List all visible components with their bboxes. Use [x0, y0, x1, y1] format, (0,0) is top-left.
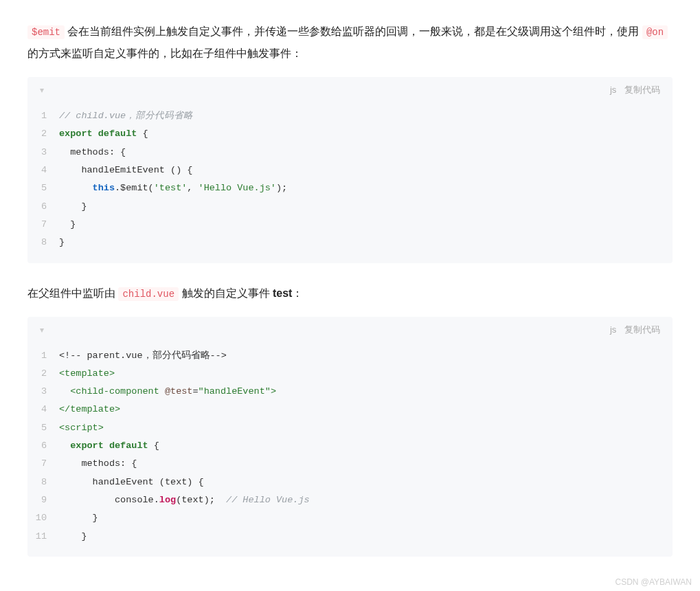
code-line: 3 methods: { [27, 144, 673, 161]
code-body-2: 1<!-- parent.vue，部分代码省略-->2<template>3 <… [27, 343, 673, 557]
line-number: 11 [27, 528, 59, 546]
line-content: handleEmitEvent () { [59, 161, 673, 179]
code-line: 8 handleEvent (text) { [27, 473, 673, 491]
line-number: 4 [27, 401, 59, 419]
code-line: 8} [27, 234, 673, 252]
text-span: 触发的自定义事件 [179, 287, 273, 299]
code-line: 10 } [27, 509, 673, 527]
inline-code-on: @on [642, 25, 668, 39]
line-number: 2 [27, 125, 59, 143]
line-number: 6 [27, 437, 59, 455]
text-span: 在父组件中监听由 [27, 287, 118, 299]
code-line: 5<script> [27, 419, 673, 437]
line-number: 7 [27, 216, 59, 234]
line-number: 10 [27, 509, 59, 527]
code-line: 4</template> [27, 401, 673, 419]
code-body-1: 1// child.vue，部分代码省略2export default {3 m… [27, 103, 673, 263]
line-number: 6 [27, 198, 59, 216]
line-number: 8 [27, 234, 59, 252]
line-number: 7 [27, 455, 59, 473]
intro-paragraph-1: $emit 会在当前组件实例上触发自定义事件，并传递一些参数给监听器的回调，一般… [27, 21, 673, 65]
line-number: 5 [27, 179, 59, 197]
code-line: 9 console.log(text); // Hello Vue.js [27, 491, 673, 509]
code-line: 1<!-- parent.vue，部分代码省略--> [27, 347, 673, 365]
line-number: 4 [27, 161, 59, 179]
code-line: 3 <child-component @test="handleEvent"> [27, 383, 673, 401]
line-content: export default { [59, 437, 673, 455]
text-span: 会在当前组件实例上触发自定义事件，并传递一些参数给监听器的回调，一般来说，都是在… [65, 25, 642, 37]
code-line: 5 this.$emit('test', 'Hello Vue.js'); [27, 179, 673, 197]
copy-code-button[interactable]: 复制代码 [624, 85, 660, 95]
code-line: 6 export default { [27, 437, 673, 455]
code-language-label: js [610, 324, 616, 335]
copy-code-button[interactable]: 复制代码 [624, 324, 660, 335]
code-line: 6 } [27, 198, 673, 216]
code-line: 11 } [27, 528, 673, 546]
code-header: ▾ js 复制代码 [27, 317, 673, 343]
line-content: // child.vue，部分代码省略 [59, 107, 673, 125]
line-content: } [59, 528, 673, 546]
code-header: ▾ js 复制代码 [27, 77, 673, 103]
line-content: </template> [59, 401, 673, 419]
code-line: 7 } [27, 216, 673, 234]
line-content: <script> [59, 419, 673, 437]
line-number: 5 [27, 419, 59, 437]
collapse-icon[interactable]: ▾ [40, 325, 44, 335]
intro-paragraph-2: 在父组件中监听由 child.vue 触发的自定义事件 test： [27, 282, 673, 304]
code-line: 4 handleEmitEvent () { [27, 161, 673, 179]
inline-code-emit: $emit [27, 25, 65, 39]
inline-code-childvue: child.vue [118, 287, 179, 301]
collapse-icon[interactable]: ▾ [40, 85, 44, 95]
line-number: 2 [27, 365, 59, 383]
code-language-label: js [610, 85, 616, 95]
code-line: 1// child.vue，部分代码省略 [27, 107, 673, 125]
line-content: } [59, 216, 673, 234]
code-line: 7 methods: { [27, 455, 673, 473]
code-line: 2export default { [27, 125, 673, 143]
code-block-child: ▾ js 复制代码 1// child.vue，部分代码省略2export de… [27, 77, 673, 263]
line-number: 3 [27, 144, 59, 161]
code-block-parent: ▾ js 复制代码 1<!-- parent.vue，部分代码省略-->2<te… [27, 317, 673, 557]
line-content: this.$emit('test', 'Hello Vue.js'); [59, 179, 673, 197]
code-header-right: js 复制代码 [610, 84, 660, 96]
line-number: 8 [27, 473, 59, 491]
line-content: } [59, 198, 673, 216]
line-content: <template> [59, 365, 673, 383]
line-content: <!-- parent.vue，部分代码省略--> [59, 347, 673, 365]
line-content: console.log(text); // Hello Vue.js [59, 491, 673, 509]
line-content: handleEvent (text) { [59, 473, 673, 491]
line-number: 3 [27, 383, 59, 401]
line-number: 1 [27, 347, 59, 365]
line-content: methods: { [59, 144, 673, 161]
line-number: 1 [27, 107, 59, 125]
bold-test: test [273, 287, 292, 299]
line-number: 9 [27, 491, 59, 509]
line-content: methods: { [59, 455, 673, 473]
watermark: CSDN @AYBAIWAN [615, 577, 692, 587]
text-span: 的方式来监听自定义事件的，比如在子组件中触发事件： [27, 47, 302, 59]
line-content: <child-component @test="handleEvent"> [59, 383, 673, 401]
line-content: export default { [59, 125, 673, 143]
line-content: } [59, 509, 673, 527]
line-content: } [59, 234, 673, 252]
code-line: 2<template> [27, 365, 673, 383]
code-header-right: js 复制代码 [610, 324, 660, 336]
text-span: ： [292, 287, 303, 299]
